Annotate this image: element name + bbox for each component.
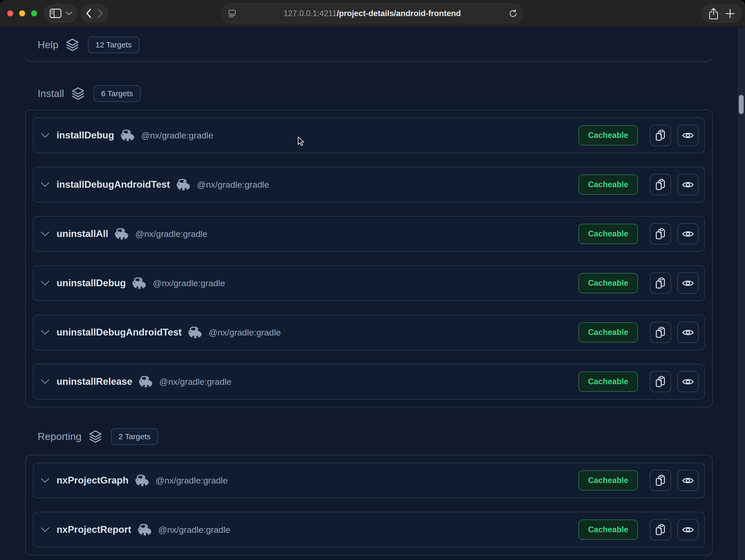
- clipboard-copy-icon: [655, 130, 666, 141]
- reload-button[interactable]: [509, 9, 518, 18]
- chevron-down-icon[interactable]: [41, 478, 50, 483]
- sidebar-toggle[interactable]: [44, 4, 77, 23]
- targets-count-badge: 12 Targets: [88, 37, 139, 53]
- target-plugin: @nx/gradle:gradle: [158, 525, 230, 535]
- cacheable-badge: Cacheable: [579, 372, 638, 392]
- gradle-elephant-icon: [138, 524, 152, 536]
- cacheable-badge: Cacheable: [579, 520, 638, 540]
- copy-task-button[interactable]: [650, 470, 671, 491]
- zoom-window-button[interactable]: [31, 10, 37, 16]
- chevron-right-icon: [97, 8, 103, 19]
- cacheable-badge: Cacheable: [579, 125, 638, 145]
- target-plugin: @nx/gradle:gradle: [153, 278, 225, 288]
- clipboard-copy-icon: [655, 179, 666, 190]
- share-button[interactable]: [708, 7, 719, 20]
- chevron-down-icon[interactable]: [41, 231, 50, 237]
- clipboard-copy-icon: [655, 475, 666, 486]
- eye-icon: [682, 230, 694, 238]
- chevron-down-icon[interactable]: [41, 527, 50, 532]
- url-path: /project-details/android-frontend: [337, 9, 461, 18]
- eye-icon: [682, 132, 694, 139]
- browser-toolbar: 127.0.0.1:4211/project-details/android-f…: [0, 0, 745, 27]
- chevron-down-icon: [66, 11, 72, 15]
- view-task-button[interactable]: [677, 125, 699, 146]
- target-plugin: @nx/gradle:gradle: [141, 130, 213, 141]
- copy-task-button[interactable]: [650, 174, 671, 195]
- clipboard-copy-icon: [655, 376, 666, 388]
- copy-task-button[interactable]: [650, 125, 671, 146]
- view-task-button[interactable]: [677, 322, 699, 343]
- target-row[interactable]: uninstallDebugAndroidTest @nx/gradle:gra…: [33, 314, 705, 350]
- copy-task-button[interactable]: [650, 322, 671, 343]
- section-title: Reporting: [38, 431, 82, 442]
- view-task-button[interactable]: [677, 519, 699, 540]
- scrollbar-track[interactable]: [738, 27, 745, 560]
- forward-button[interactable]: [97, 8, 103, 19]
- targets-count-badge: 6 Targets: [94, 85, 140, 102]
- eye-icon: [682, 526, 694, 534]
- plus-icon: [725, 8, 735, 19]
- target-name: uninstallRelease: [57, 376, 132, 387]
- target-row[interactable]: uninstallAll @nx/gradle:gradle Cacheable: [33, 216, 705, 252]
- gradle-elephant-icon: [188, 327, 202, 338]
- view-task-button[interactable]: [677, 273, 699, 294]
- target-row[interactable]: nxProjectReport @nx/gradle:gradle Cachea…: [33, 512, 705, 548]
- window-controls: [7, 10, 37, 16]
- target-name: uninstallDebug: [57, 278, 126, 288]
- target-name: installDebugAndroidTest: [57, 179, 170, 190]
- address-bar[interactable]: 127.0.0.1:4211/project-details/android-f…: [222, 4, 522, 23]
- gradle-elephant-icon: [132, 277, 146, 289]
- scrollbar-thumb[interactable]: [739, 95, 744, 114]
- chevron-down-icon[interactable]: [41, 379, 50, 384]
- view-task-button[interactable]: [677, 371, 699, 392]
- section-header-install: Install 6 Targets: [25, 85, 713, 102]
- eye-icon: [682, 477, 694, 485]
- back-button[interactable]: [86, 8, 92, 19]
- minimize-window-button[interactable]: [19, 10, 25, 16]
- sidebar-icon: [50, 8, 62, 18]
- copy-task-button[interactable]: [650, 223, 671, 244]
- chevron-down-icon[interactable]: [41, 133, 50, 138]
- new-tab-button[interactable]: [725, 8, 735, 19]
- chevron-down-icon[interactable]: [41, 182, 50, 187]
- target-name: uninstallAll: [57, 229, 108, 239]
- clipboard-copy-icon: [655, 524, 666, 536]
- eye-icon: [682, 328, 694, 337]
- view-task-button[interactable]: [677, 223, 699, 244]
- target-row[interactable]: uninstallRelease @nx/gradle:gradle Cache…: [33, 364, 705, 399]
- view-task-button[interactable]: [677, 470, 699, 491]
- gradle-elephant-icon: [121, 130, 135, 141]
- targets-count-badge: 2 Targets: [111, 428, 158, 445]
- copy-task-button[interactable]: [650, 371, 671, 392]
- close-window-button[interactable]: [7, 10, 13, 16]
- section-title: Install: [38, 88, 64, 99]
- layers-icon: [71, 86, 85, 101]
- layers-icon: [65, 38, 79, 52]
- chevron-down-icon[interactable]: [41, 281, 50, 286]
- target-plugin: @nx/gradle:gradle: [135, 229, 207, 239]
- target-plugin: @nx/gradle:gradle: [159, 377, 231, 387]
- toolbar-actions: [702, 4, 742, 23]
- target-plugin: @nx/gradle:gradle: [197, 180, 269, 190]
- target-row[interactable]: nxProjectGraph @nx/gradle:gradle Cacheab…: [33, 462, 705, 498]
- target-row[interactable]: installDebug @nx/gradle:gradle Cacheable: [33, 117, 705, 153]
- target-row[interactable]: installDebugAndroidTest @nx/gradle:gradl…: [33, 167, 705, 203]
- copy-task-button[interactable]: [650, 519, 671, 540]
- target-row[interactable]: uninstallDebug @nx/gradle:gradle Cacheab…: [33, 265, 705, 301]
- eye-icon: [682, 279, 694, 287]
- cacheable-badge: Cacheable: [579, 273, 638, 293]
- view-task-button[interactable]: [677, 174, 699, 195]
- section-title: Help: [38, 39, 58, 50]
- help-section-bottom-border: [25, 57, 713, 62]
- layers-icon: [88, 429, 103, 444]
- cacheable-badge: Cacheable: [579, 322, 638, 343]
- clipboard-copy-icon: [655, 228, 666, 240]
- url-host: 127.0.0.1:4211: [284, 9, 337, 18]
- copy-task-button[interactable]: [650, 273, 671, 294]
- chevron-down-icon[interactable]: [41, 330, 50, 335]
- gradle-elephant-icon: [176, 179, 190, 190]
- clipboard-copy-icon: [655, 327, 666, 338]
- gradle-elephant-icon: [115, 228, 129, 240]
- target-name: nxProjectReport: [57, 524, 131, 535]
- target-plugin: @nx/gradle:gradle: [156, 476, 228, 486]
